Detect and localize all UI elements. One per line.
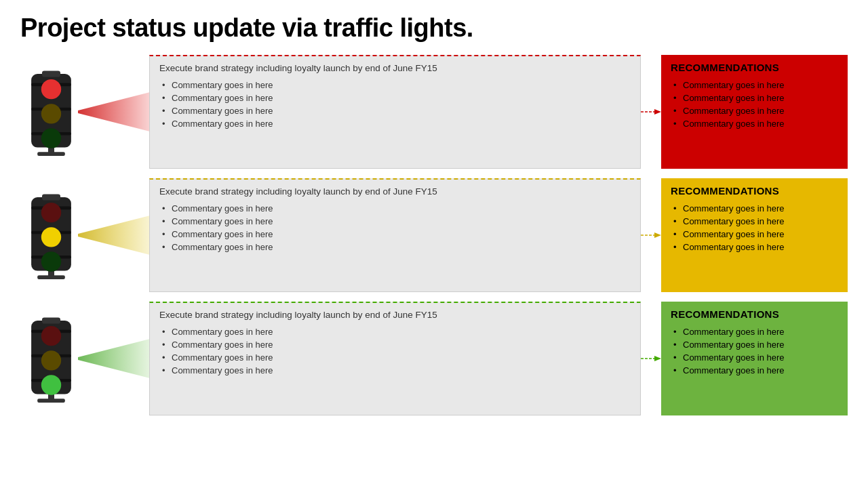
traffic-light-red [20,55,81,169]
svg-point-19 [41,203,60,222]
svg-point-32 [41,326,60,346]
svg-rect-14 [37,275,65,279]
traffic-light-yellow [20,178,81,292]
svg-rect-9 [41,71,60,77]
svg-point-34 [41,375,60,394]
bullet-item: •Commentary goes in here [159,117,631,130]
svg-marker-23 [78,215,153,256]
svg-point-33 [41,350,60,370]
svg-marker-12 [654,109,661,115]
traffic-row-yellow: Execute brand strategy including loyalty… [20,178,848,292]
svg-rect-1 [37,152,65,156]
rec-title-yellow: RECOMMENDATIONS [671,185,838,197]
page: Project status update via traffic lights… [0,0,868,488]
rows-container: Execute brand strategy including loyalty… [20,55,848,415]
rec-bullet-item: •Commentary goes in here [671,215,838,228]
svg-rect-35 [41,318,60,324]
content-box-yellow: Execute brand strategy including loyalty… [149,178,641,292]
rec-bullet-item: •Commentary goes in here [671,202,838,215]
bullet-item: •Commentary goes in here [159,364,631,377]
beam-yellow [78,178,153,292]
beam-red [78,55,153,169]
arrow-connector-red [641,55,661,169]
svg-marker-36 [78,338,153,379]
svg-marker-25 [654,232,661,238]
rec-box-red: RECOMMENDATIONS•Commentary goes in here•… [661,55,848,169]
rec-box-green: RECOMMENDATIONS•Commentary goes in here•… [661,302,848,415]
rec-title-red: RECOMMENDATIONS [671,62,838,73]
svg-marker-38 [654,356,661,361]
content-title-yellow: Execute brand strategy including loyalty… [159,186,631,197]
beam-green [78,302,153,415]
svg-rect-22 [41,195,60,201]
svg-marker-10 [78,92,153,132]
bullet-item: •Commentary goes in here [159,228,631,241]
svg-rect-27 [37,399,65,403]
rec-bullet-item: •Commentary goes in here [671,364,838,377]
bullet-item: •Commentary goes in here [159,241,631,253]
bullet-item: •Commentary goes in here [159,92,631,104]
content-box-red: Execute brand strategy including loyalty… [149,55,641,169]
page-title: Project status update via traffic lights… [20,14,848,43]
svg-point-20 [41,227,60,247]
bullet-item: •Commentary goes in here [159,202,631,215]
rec-bullet-item: •Commentary goes in here [671,241,838,253]
rec-bullet-item: •Commentary goes in here [671,79,838,92]
bullet-item: •Commentary goes in here [159,338,631,351]
rec-bullet-item: •Commentary goes in here [671,325,838,338]
svg-point-6 [41,79,60,99]
traffic-row-red: Execute brand strategy including loyalty… [20,55,848,169]
rec-bullet-item: •Commentary goes in here [671,228,838,241]
svg-point-21 [41,251,60,271]
rec-bullet-item: •Commentary goes in here [671,117,838,130]
rec-bullet-item: •Commentary goes in here [671,104,838,117]
bullet-item: •Commentary goes in here [159,104,631,117]
bullet-item: •Commentary goes in here [159,215,631,228]
content-title-red: Execute brand strategy including loyalty… [159,63,631,73]
bullet-item: •Commentary goes in here [159,79,631,92]
traffic-row-green: Execute brand strategy including loyalty… [20,302,848,415]
svg-point-7 [41,104,60,123]
traffic-light-green [20,302,81,415]
bullet-item: •Commentary goes in here [159,325,631,338]
arrow-connector-green [641,302,661,415]
rec-bullet-item: •Commentary goes in here [671,351,838,364]
rec-title-green: RECOMMENDATIONS [671,308,838,320]
bullet-item: •Commentary goes in here [159,351,631,364]
svg-point-8 [41,128,60,148]
rec-bullet-item: •Commentary goes in here [671,338,838,351]
arrow-connector-yellow [641,178,661,292]
rec-box-yellow: RECOMMENDATIONS•Commentary goes in here•… [661,178,848,292]
content-title-green: Execute brand strategy including loyalty… [159,310,631,320]
rec-bullet-item: •Commentary goes in here [671,92,838,104]
content-box-green: Execute brand strategy including loyalty… [149,302,641,415]
